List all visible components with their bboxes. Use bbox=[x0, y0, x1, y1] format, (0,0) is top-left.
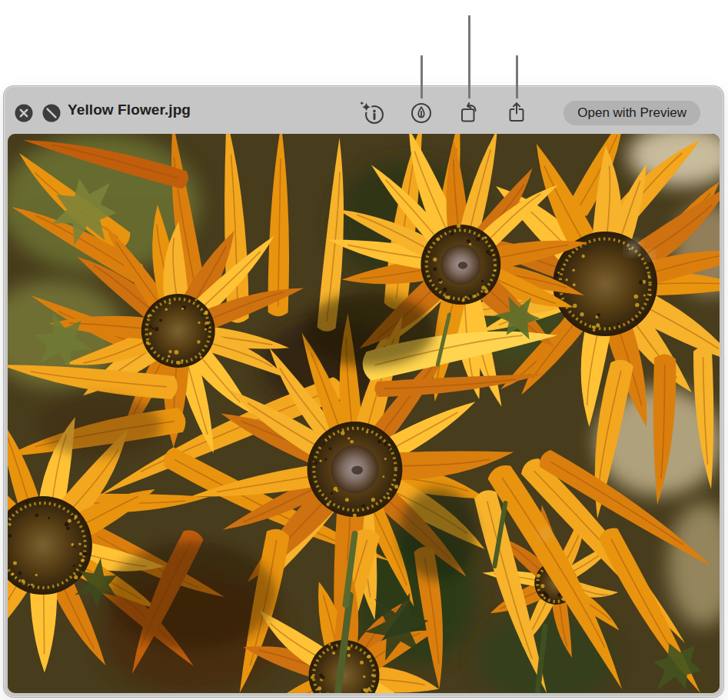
rotate-left-icon bbox=[459, 101, 480, 122]
cancel-button[interactable] bbox=[42, 103, 61, 123]
share-button[interactable] bbox=[507, 101, 527, 124]
open-with-preview-button[interactable]: Open with Preview bbox=[563, 101, 700, 125]
markup-button[interactable] bbox=[410, 102, 433, 125]
close-icon bbox=[14, 103, 34, 123]
window-title: Yellow Flower.jpg bbox=[68, 86, 191, 134]
share-icon bbox=[507, 101, 527, 124]
callout-line bbox=[421, 55, 423, 98]
rotate-left-button[interactable] bbox=[459, 101, 480, 122]
titlebar: Yellow Flower.jpg bbox=[4, 86, 723, 134]
photo-yellow-flowers bbox=[8, 134, 720, 693]
circle-slash-icon bbox=[42, 103, 61, 123]
markup-pen-icon bbox=[410, 102, 433, 125]
visual-look-up-button[interactable] bbox=[358, 101, 386, 125]
callout-line bbox=[468, 15, 470, 98]
screenshot-stage: Yellow Flower.jpg bbox=[0, 0, 728, 700]
close-button[interactable] bbox=[14, 103, 34, 123]
quicklook-window: Yellow Flower.jpg bbox=[4, 86, 723, 697]
callout-line bbox=[516, 55, 518, 98]
visual-look-up-icon bbox=[358, 101, 386, 125]
